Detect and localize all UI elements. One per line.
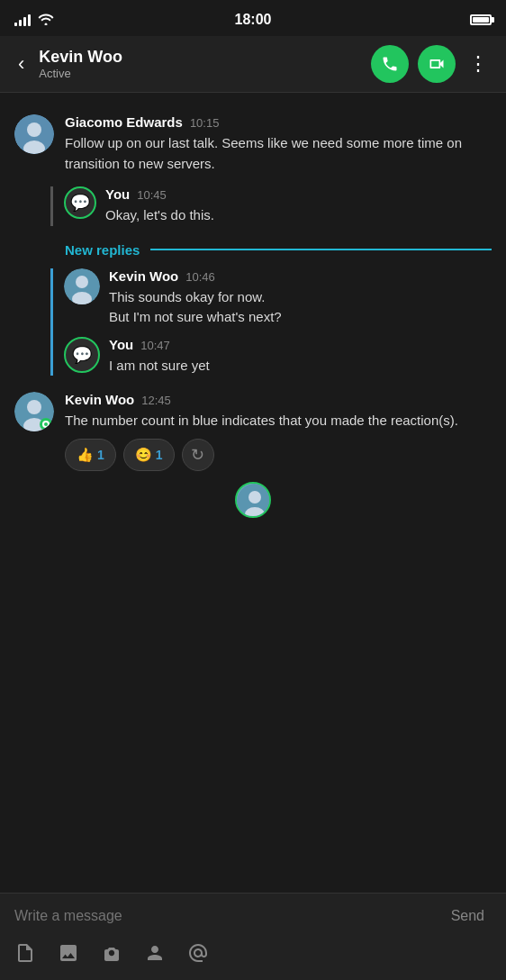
avatar-giacomo — [14, 114, 54, 154]
sender-name-giacomo: Giacomo Edwards — [65, 114, 183, 130]
thread-text-you: Okay, let's do this. — [105, 205, 506, 226]
signal-icon — [14, 14, 31, 26]
video-icon — [428, 55, 446, 73]
header: ‹ Kevin Woo Active ⋮ — [0, 36, 506, 93]
you-reply-text: I am not sure yet — [109, 356, 506, 377]
contact-status: Active — [39, 67, 360, 80]
you-reply-meta: You 10:47 — [109, 337, 506, 352]
message-group-giacomo: Giacomo Edwards 10:15 Follow up on our l… — [0, 107, 506, 181]
reply-item-kevin: Kevin Woo 10:46 This sounds okay for now… — [64, 268, 506, 328]
message-meta-kevin: Kevin Woo 12:45 — [65, 392, 492, 407]
thread-block: 💬 You 10:45 Okay, let's do this. — [50, 186, 506, 226]
svg-point-11 — [44, 422, 48, 426]
toolbar-icons — [14, 942, 209, 969]
new-replies-label: New replies — [65, 242, 140, 258]
status-bar: 18:00 — [0, 0, 506, 36]
phone-icon — [381, 55, 399, 73]
divider-line — [150, 249, 492, 250]
you-reply-content: You 10:47 I am not sure yet — [109, 337, 506, 377]
message-content-giacomo: Giacomo Edwards 10:15 Follow up on our l… — [65, 114, 492, 174]
svg-point-13 — [248, 491, 261, 504]
avatar-you-reply: 💬 — [64, 337, 100, 373]
toolbar — [14, 939, 492, 973]
input-area: Send — [0, 893, 506, 980]
camera-icon[interactable] — [101, 942, 122, 969]
thread-sender-you: You — [105, 186, 130, 202]
file-icon[interactable] — [14, 942, 36, 969]
thread-time-you: 10:45 — [137, 188, 167, 202]
reply-item-you: 💬 You 10:47 I am not sure yet — [64, 337, 506, 377]
status-right — [470, 14, 492, 25]
message-text-kevin: The number count in blue indicates that … — [65, 411, 492, 431]
thread-reply-meta: You 10:45 — [105, 186, 506, 202]
reaction-emoji-1: 👍 — [77, 447, 94, 463]
reactions: 👍 1 😊 1 ↻ — [65, 439, 492, 471]
message-input[interactable] — [14, 908, 444, 924]
message-content-kevin: Kevin Woo 12:45 The number count in blue… — [65, 392, 492, 471]
battery-icon — [470, 14, 492, 25]
avatar-kevin-reply — [64, 268, 100, 304]
wifi-icon — [38, 13, 54, 28]
message-meta-giacomo: Giacomo Edwards 10:15 — [65, 114, 492, 130]
contact-name: Kevin Woo — [39, 48, 360, 67]
avatar-kevin-indicator — [235, 482, 271, 518]
avatar-kevin-main — [14, 392, 54, 431]
contact-icon[interactable] — [144, 942, 166, 969]
svg-point-7 — [27, 400, 41, 414]
you-reply-sender: You — [109, 337, 133, 352]
message-group-kevin: Kevin Woo 12:45 The number count in blue… — [0, 385, 506, 478]
chat-bubble-icon-2: 💬 — [72, 345, 92, 365]
image-icon[interactable] — [58, 942, 79, 969]
call-button[interactable] — [371, 45, 409, 83]
mention-icon[interactable] — [187, 942, 209, 969]
sender-name-kevin: Kevin Woo — [65, 392, 134, 407]
more-button[interactable]: ⋮ — [465, 49, 492, 79]
avatar-indicator — [0, 482, 506, 518]
add-reaction-button[interactable]: ↻ — [182, 439, 214, 471]
reaction-smile[interactable]: 😊 1 — [123, 439, 175, 471]
status-time: 18:00 — [235, 12, 272, 28]
svg-point-1 — [27, 122, 41, 137]
thread-message-you: 💬 You 10:45 Okay, let's do this. — [64, 186, 506, 226]
message-time-giacomo: 10:15 — [190, 116, 220, 130]
new-replies-block: Kevin Woo 10:46 This sounds okay for now… — [50, 268, 506, 377]
thread-reply-content: You 10:45 Okay, let's do this. — [105, 186, 506, 226]
svg-point-4 — [76, 276, 88, 288]
you-reply-time: 10:47 — [140, 339, 170, 352]
video-call-button[interactable] — [418, 45, 456, 83]
avatar-you-thread: 💬 — [64, 186, 96, 219]
kevin-reply-time: 10:46 — [185, 270, 215, 284]
back-button[interactable]: ‹ — [14, 49, 28, 79]
message-text-giacomo: Follow up on our last talk. Seems like w… — [65, 133, 492, 174]
header-actions: ⋮ — [371, 45, 492, 83]
kevin-reply-content: Kevin Woo 10:46 This sounds okay for now… — [109, 268, 506, 328]
reaction-thumbsup[interactable]: 👍 1 — [65, 439, 116, 471]
reaction-count-1: 1 — [97, 448, 104, 462]
kevin-reply-sender: Kevin Woo — [109, 268, 178, 284]
message-time-kevin: 12:45 — [141, 394, 171, 407]
add-reaction-icon: ↻ — [191, 445, 204, 465]
send-button[interactable]: Send — [444, 904, 492, 928]
chat-bubble-icon: 💬 — [70, 193, 90, 213]
kevin-reply-text2: But I'm not sure what's next? — [109, 307, 506, 328]
new-replies-divider: New replies — [0, 231, 506, 268]
messages-area: Giacomo Edwards 10:15 Follow up on our l… — [0, 93, 506, 893]
message-input-row: Send — [14, 904, 492, 928]
kevin-reply-meta: Kevin Woo 10:46 — [109, 268, 506, 284]
reaction-count-2: 1 — [156, 448, 163, 462]
status-left — [14, 13, 54, 28]
kevin-reply-text1: This sounds okay for now. — [109, 287, 506, 308]
header-info: Kevin Woo Active — [39, 48, 360, 80]
reaction-emoji-2: 😊 — [135, 447, 152, 463]
